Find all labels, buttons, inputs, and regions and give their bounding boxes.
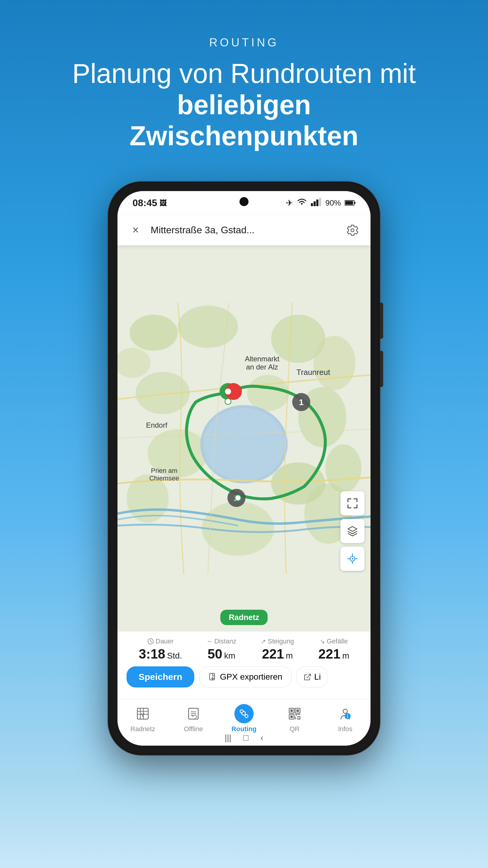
location-button[interactable]: [340, 547, 364, 571]
svg-text:i: i: [347, 714, 348, 718]
status-icons: ✈ 90%: [286, 198, 355, 208]
svg-rect-51: [296, 710, 299, 712]
actions-row: Speichern GPX exportieren Li: [127, 666, 361, 687]
title-line1: Planung von Rundrouten mit: [72, 59, 416, 89]
svg-rect-5: [345, 201, 353, 205]
header-section: ROUTING Planung von Rundrouten mit belie…: [63, 0, 425, 170]
svg-rect-49: [290, 710, 293, 712]
svg-point-11: [313, 336, 355, 390]
nav-infos[interactable]: i Infos: [320, 704, 370, 733]
svg-point-8: [130, 315, 178, 351]
stats-row: Dauer 3:18 Std. ↔ Distanz 50: [127, 638, 361, 661]
nav-infos-label: Infos: [338, 725, 352, 733]
back-button[interactable]: ‹: [261, 733, 263, 743]
svg-rect-53: [290, 715, 293, 718]
layers-button[interactable]: [340, 519, 364, 543]
svg-rect-2: [316, 199, 318, 206]
routing-nav-icon: [234, 704, 254, 723]
phone-screen: 08:45 🖼 ✈ 90%: [118, 191, 370, 746]
stat-steigung: ↗ Steigung 221 m: [261, 638, 294, 661]
svg-text:Chiemsee: Chiemsee: [149, 474, 179, 482]
svg-point-21: [325, 444, 361, 493]
fullscreen-button[interactable]: [340, 491, 364, 516]
nav-routing-label: Routing: [231, 725, 256, 733]
header-title: Planung von Rundrouten mit beliebigen Zw…: [63, 58, 425, 152]
svg-point-23: [203, 408, 285, 480]
close-button[interactable]: ×: [127, 221, 144, 239]
map-area[interactable]: 1 2 Altenmarkt an der Alz Traunreu: [118, 245, 370, 631]
photo-icon: 🖼: [160, 199, 167, 207]
offline-nav-icon: [184, 704, 203, 723]
svg-point-32: [225, 398, 231, 404]
battery-text: 90%: [325, 198, 341, 208]
phone-device: 08:45 🖼 ✈ 90%: [108, 182, 380, 755]
svg-text:an der Alz: an der Alz: [246, 363, 278, 371]
svg-point-28: [235, 495, 241, 501]
svg-point-20: [247, 375, 289, 411]
svg-text:1: 1: [299, 398, 304, 407]
airplane-icon: ✈: [286, 198, 293, 208]
nav-radnetz[interactable]: V Radnetz: [118, 704, 168, 733]
svg-text:Altenmarkt: Altenmarkt: [245, 355, 280, 363]
svg-text:Traunreut: Traunreut: [296, 368, 330, 377]
svg-rect-3: [319, 198, 321, 206]
share-button[interactable]: Li: [296, 666, 328, 687]
svg-point-9: [178, 306, 238, 348]
qr-nav-icon: [285, 704, 304, 723]
stat-steigung-label: ↗ Steigung: [261, 638, 294, 645]
stat-dauer: Dauer 3:18 Std.: [139, 638, 182, 661]
recent-apps-button[interactable]: |||: [225, 733, 231, 743]
map-svg: 1 2 Altenmarkt an der Alz Traunreu: [118, 245, 370, 631]
stat-distanz: ↔ Distanz 50 km: [206, 638, 236, 661]
svg-rect-1: [314, 201, 316, 206]
wifi-icon: [296, 198, 307, 208]
svg-point-40: [352, 558, 353, 559]
phone-body: 08:45 🖼 ✈ 90%: [108, 182, 380, 755]
stats-panel: Dauer 3:18 Std. ↔ Distanz 50: [118, 631, 370, 699]
svg-rect-0: [311, 203, 313, 206]
dauer-unit: Std.: [167, 651, 182, 661]
search-bar[interactable]: × Mitterstraße 3a, Gstad...: [118, 215, 370, 245]
nav-offline[interactable]: Offline: [168, 704, 219, 733]
camera-punch-hole: [239, 197, 249, 206]
save-button[interactable]: Speichern: [127, 666, 194, 687]
svg-text:Prien am: Prien am: [151, 467, 177, 474]
nav-routing[interactable]: Routing: [219, 704, 269, 733]
header-label: ROUTING: [63, 36, 425, 49]
title-line2: beliebigen Zwischenpunkten: [130, 90, 358, 151]
svg-point-31: [225, 389, 231, 395]
stat-gefaelle-label: ↘ Gefälle: [320, 638, 348, 645]
dauer-value: 3:18: [139, 647, 165, 661]
stat-dauer-label: Dauer: [147, 638, 174, 645]
radnetz-nav-icon: V: [133, 704, 153, 723]
svg-text:V: V: [141, 712, 144, 718]
home-button[interactable]: □: [243, 733, 249, 743]
signal-icon: [311, 198, 322, 208]
distanz-unit: km: [224, 651, 235, 661]
nav-qr-label: QR: [290, 725, 300, 733]
gefaelle-value: 221: [318, 647, 340, 661]
gefaelle-unit: m: [342, 651, 349, 661]
svg-point-46: [240, 710, 243, 713]
nav-qr[interactable]: QR: [269, 704, 320, 733]
radnetz-badge: Radnetz: [220, 610, 267, 625]
status-time: 08:45 🖼: [133, 197, 167, 209]
steigung-unit: m: [286, 651, 293, 661]
nav-offline-label: Offline: [184, 725, 203, 733]
gpx-export-button[interactable]: GPX exportieren: [199, 666, 292, 687]
map-controls: [340, 491, 364, 571]
stat-distanz-label: ↔ Distanz: [206, 638, 236, 645]
battery-icon: [345, 198, 355, 208]
gesture-bar: ||| □ ‹: [225, 733, 263, 743]
search-address: Mitterstraße 3a, Gstad...: [151, 224, 337, 236]
settings-icon[interactable]: [344, 221, 361, 239]
nav-radnetz-label: Radnetz: [130, 725, 155, 733]
stat-gefaelle: ↘ Gefälle 221 m: [318, 638, 350, 661]
svg-point-54: [343, 709, 347, 713]
steigung-value: 221: [262, 647, 284, 661]
svg-text:Endorf: Endorf: [146, 421, 167, 429]
distanz-value: 50: [207, 647, 222, 661]
infos-nav-icon: i: [335, 704, 355, 723]
svg-rect-6: [354, 202, 355, 204]
